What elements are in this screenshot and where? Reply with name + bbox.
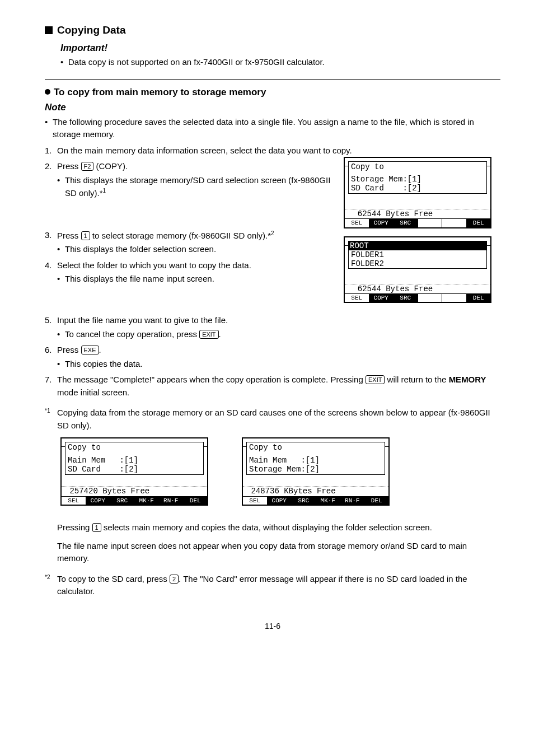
section-heading: Copying Data [45,22,500,39]
step-4: 4. Select the folder to which you want t… [45,259,332,272]
step-number: 2. [45,160,57,173]
step-5-text: Input the file name you want to give to … [57,314,500,327]
step-3-sup: 2 [271,230,274,236]
lcd-screen-folder-select: ROOT FOLDER1 FOLDER2 62544 Bytes Free SE… [344,236,491,304]
softkey: MK·F [135,497,160,505]
step-5-sub-b: . [219,329,221,339]
fn1-p1-b: selects main memory and copies the data,… [101,522,432,532]
step-number: 6. [45,344,57,357]
footnote-1: *1 Copying data from the storage memory … [45,407,500,432]
softkey: COPY [369,294,394,302]
subheading: To copy from main memory to storage memo… [45,85,500,100]
heading-text: Copying Data [57,24,125,36]
fn1-p1-a: Pressing [57,522,92,532]
key-f2: F2 [81,162,94,171]
softkey: COPY [268,497,292,505]
lcd-line: SD Card :[2] [351,184,484,193]
step-2-sup: 1 [103,188,106,194]
lcd-screen-sd-copy: Copy to Main Mem :[1] Storage Mem:[2] 24… [242,437,390,506]
softkey: SEL [345,294,369,302]
step-4-sub-text: This displays the file name input screen… [65,273,214,286]
key-1: 1 [81,231,90,240]
softkey: DEL [467,294,491,302]
step-3: 3. Press 1 to select storage memory (fx-… [45,229,332,242]
softkey: SEL [62,497,86,505]
fn2-a: To copy to the SD card, press [57,574,170,584]
lcd-status: 248736 KBytes Free [243,486,388,496]
step-3-sub: • This displays the folder selection scr… [57,243,332,256]
lcd-title: Copy to [351,162,484,171]
step-2: 2. Press F2 (COPY). [45,160,332,173]
lcd-title: Copy to [249,443,382,452]
softkey: SEL [243,497,268,505]
key-2: 2 [170,575,179,584]
footnote-1-para-2: The file name input screen does not appe… [57,540,500,565]
softkey: RN·F [159,497,184,505]
lcd-dialog: Copy to Storage Mem:[1] SD Card :[2] [348,161,487,194]
step-number: 5. [45,314,57,327]
lcd-screen-copy-to-storage: Copy to Storage Mem:[1] SD Card :[2] 625… [344,157,491,228]
softkey-empty [442,219,467,227]
bullet-dot: • [57,273,65,286]
softkey: SRC [292,497,316,505]
lcd-dialog: ROOT FOLDER1 FOLDER2 [348,241,487,269]
lcd-softkeys: SEL COPY SRC DEL [345,218,490,227]
step-2-text-b: (COPY). [96,161,128,171]
note-bullet: • The following procedure saves the sele… [45,116,500,141]
lcd-line: FOLDER2 [351,259,484,268]
softkey: DEL [365,497,389,505]
key-exe: EXE [81,346,99,354]
step-1: 1. On the main memory data information s… [45,144,500,157]
lcd-line: Main Mem :[1] [68,456,201,465]
step-1-text: On the main memory data information scre… [57,144,500,157]
bullet-dot: • [45,116,53,141]
important-label: Important! [60,41,500,55]
lcd-screen-storage-copy: Copy to Main Mem :[1] SD Card :[2] 25742… [60,437,208,506]
step-number: 4. [45,259,57,272]
softkey: COPY [86,497,111,505]
footnote-mark: *2 [45,573,57,598]
lcd-line: Storage Mem:[2] [249,465,382,474]
step-2-text-a: Press [57,161,81,171]
lcd-root-line: ROOT [349,241,486,250]
lcd-status: 257420 Bytes Free [62,486,207,496]
important-bullet: • Data copy is not supported on an fx-74… [60,56,500,69]
lcd-status: 62544 Bytes Free [345,209,490,218]
lcd-status: 62544 Bytes Free [345,284,490,293]
softkey: COPY [369,219,394,227]
step-4-sub: • This displays the file name input scre… [57,273,332,286]
lcd-dialog: Copy to Main Mem :[1] SD Card :[2] [65,442,204,474]
footnote-1-text: Copying data from the storage memory or … [57,407,500,432]
step-3-text-b: to select storage memory (fx-9860GII SD … [90,231,271,240]
key-1: 1 [92,523,101,532]
step-7-a: The message "Complete!" appears when the… [57,375,366,384]
footnote-mark: *1 [45,407,57,432]
step-7-c: mode initial screen. [57,388,129,397]
step-5-sub-a: To cancel the copy operation, press [65,329,199,339]
step-3-text-a: Press [57,231,81,240]
step-6: 6. Press EXE. [45,344,500,357]
note-label: Note [45,100,500,115]
softkey: RN·F [340,497,365,505]
step-5-sub: • To cancel the copy operation, press EX… [57,328,500,341]
page-number: 11-6 [45,620,500,632]
lcd-line: Storage Mem:[1] [351,175,484,184]
lcd-softkeys: SEL COPY SRC MK·F RN·F DEL [243,496,388,505]
step-number: 1. [45,144,57,157]
step-7: 7. The message "Complete!" appears when … [45,374,500,399]
softkey-empty [418,294,443,302]
subheading-text: To copy from main memory to storage memo… [54,87,266,97]
step-7-b: will return to the [385,375,448,384]
step-5: 5. Input the file name you want to give … [45,314,500,327]
lcd-softkeys: SEL COPY SRC MK·F RN·F DEL [62,496,207,505]
bullet-dot: • [60,56,68,69]
lcd-dialog: Copy to Main Mem :[1] Storage Mem:[2] [246,442,385,474]
softkey: DEL [467,219,491,227]
step-2-sub-text: This displays the storage memory/SD card… [65,175,330,198]
lcd-line: FOLDER1 [351,250,484,259]
softkey: DEL [184,497,208,505]
dot-icon [45,89,50,95]
step-6-a: Press [57,345,81,354]
step-number: 7. [45,374,57,399]
step-6-sub-text: This copies the data. [65,358,142,371]
